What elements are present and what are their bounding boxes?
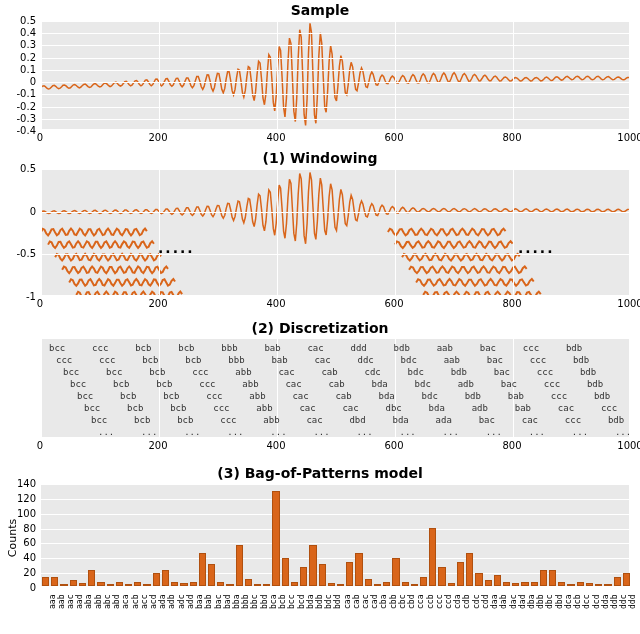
disc-token: cab	[328, 379, 344, 389]
disc-token: bdb	[566, 343, 582, 353]
disc-token: bda	[393, 415, 409, 425]
disc-token: bac	[501, 379, 517, 389]
disc-token: ccc	[192, 367, 208, 377]
xtick: 400	[266, 132, 285, 143]
bar	[531, 582, 538, 586]
bar-label: aca	[121, 595, 130, 609]
disc-token: ccc	[56, 355, 72, 365]
disc-token: ccc	[220, 415, 236, 425]
plot-windowing	[40, 168, 630, 296]
disc-token: dbd	[349, 415, 365, 425]
disc-token: bdb	[608, 415, 624, 425]
plot-sample	[40, 20, 630, 130]
bar-label: dcb	[573, 595, 582, 609]
bar	[199, 553, 206, 586]
bar	[521, 582, 528, 586]
bar-label: acb	[131, 595, 140, 609]
ytick: 60	[2, 537, 36, 548]
bar	[383, 582, 390, 586]
disc-token: bdb	[451, 367, 467, 377]
bar-label: cda	[453, 595, 462, 609]
bar-label: bba	[232, 595, 241, 609]
bar	[190, 582, 197, 586]
bar-label: aab	[57, 595, 66, 609]
disc-token: bdc	[401, 355, 417, 365]
bar	[263, 584, 270, 586]
disc-token: bcc	[70, 379, 86, 389]
bar-label: dbb	[536, 595, 545, 609]
disc-token: bac	[494, 367, 510, 377]
bar-label: cdb	[462, 595, 471, 609]
bar-label: dac	[509, 595, 518, 609]
ytick: -0.1	[2, 88, 36, 99]
disc-token: abb	[235, 367, 251, 377]
disc-token: ...	[486, 427, 502, 437]
ytick: 40	[2, 552, 36, 563]
bar-label: dab	[499, 595, 508, 609]
ytick: 0.5	[2, 163, 36, 174]
ytick: 0.4	[2, 27, 36, 38]
bar	[438, 567, 445, 586]
bar	[457, 562, 464, 586]
disc-token: bab	[271, 355, 287, 365]
bar	[429, 528, 436, 586]
disc-token: ccc	[213, 403, 229, 413]
disc-token: cac	[307, 343, 323, 353]
disc-token: ccc	[530, 355, 546, 365]
bar-label: cab	[352, 595, 361, 609]
plot-discretization: bcccccbcbbcbbbbbabcacdddbdbaabbaccccbdbc…	[40, 338, 630, 438]
disc-token: bcb	[177, 415, 193, 425]
disc-token: cac	[306, 415, 322, 425]
bar-label: cbc	[398, 595, 407, 609]
bar	[503, 582, 510, 586]
bar-label: cba	[379, 595, 388, 609]
disc-token: bcb	[178, 343, 194, 353]
bar	[420, 577, 427, 586]
bar	[448, 583, 455, 586]
bar-label: cad	[370, 595, 379, 609]
disc-token: bac	[487, 355, 503, 365]
bar-label: bcd	[297, 595, 306, 609]
disc-token: bcc	[63, 367, 79, 377]
bar-label: cbd	[407, 595, 416, 609]
disc-token: bdb	[587, 379, 603, 389]
xtick: 600	[384, 132, 403, 143]
disc-token: ...	[529, 427, 545, 437]
bar-label: caa	[343, 595, 352, 609]
bar	[272, 491, 279, 586]
bar-label: aad	[75, 595, 84, 609]
disc-token: ccc	[551, 391, 567, 401]
bar-label: ddc	[619, 595, 628, 609]
disc-token: cab	[321, 367, 337, 377]
disc-token: ccc	[565, 415, 581, 425]
disc-token: abb	[263, 415, 279, 425]
disc-token: bda	[429, 403, 445, 413]
bar	[549, 570, 556, 586]
bar	[337, 584, 344, 586]
disc-token: cac	[522, 415, 538, 425]
bar	[586, 583, 593, 586]
bar-label: add	[186, 595, 195, 609]
bar	[475, 573, 482, 586]
ytick: 0	[2, 205, 36, 216]
ytick: -1	[2, 291, 36, 302]
bar-label: baa	[195, 595, 204, 609]
bar	[60, 584, 67, 586]
bar-label: adb	[167, 595, 176, 609]
bar	[282, 558, 289, 586]
disc-token: bcc	[106, 367, 122, 377]
disc-token: aab	[437, 343, 453, 353]
disc-token: ddd	[351, 343, 367, 353]
bar	[42, 577, 49, 586]
bar	[346, 562, 353, 586]
disc-token: cac	[314, 355, 330, 365]
bar-label: acc	[140, 595, 149, 609]
bar-label: dcd	[592, 595, 601, 609]
xtick: 0	[37, 132, 43, 143]
ytick: 0.5	[2, 15, 36, 26]
disc-token: bcb	[134, 415, 150, 425]
disc-token: bcc	[84, 403, 100, 413]
bar	[466, 553, 473, 586]
bar-label: acd	[149, 595, 158, 609]
bar-label: cac	[361, 595, 370, 609]
